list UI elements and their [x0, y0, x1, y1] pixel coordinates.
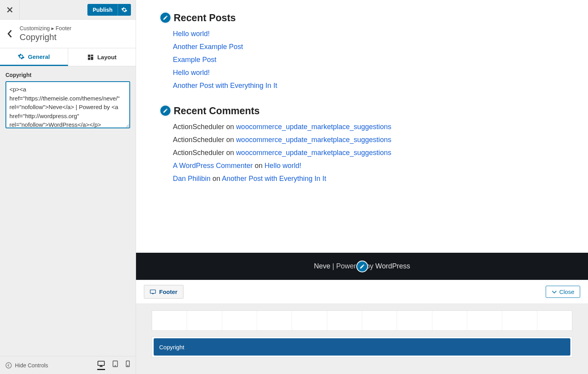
close-customizer-button[interactable] — [0, 0, 20, 20]
list-item: A WordPress Commenter on Hello world! — [173, 162, 564, 170]
comment-author: ActionScheduler — [173, 136, 224, 144]
comment-on: on — [224, 149, 236, 157]
builder-row-bottom[interactable]: Copyright — [152, 336, 572, 358]
list-item: Example Post — [173, 56, 564, 64]
site-footer: Neve | Powered by WordPress — [136, 253, 588, 280]
svg-rect-12 — [150, 290, 155, 293]
comment-author-link[interactable]: Dan Philibin — [173, 175, 211, 182]
copyright-textarea[interactable] — [5, 81, 130, 128]
tab-layout-label: Layout — [97, 54, 116, 60]
comment-target-link[interactable]: Another Post with Everything In It — [222, 175, 326, 182]
comment-author: ActionScheduler — [173, 149, 224, 157]
mobile-icon — [125, 360, 130, 367]
recent-posts-widget: Recent Posts Hello world!Another Example… — [160, 12, 564, 90]
footer-powered: Powered by — [336, 262, 375, 270]
copyright-field-section: Copyright — [0, 66, 136, 135]
svg-rect-2 — [91, 57, 93, 60]
edit-widget-button[interactable] — [160, 12, 171, 24]
close-icon — [7, 7, 13, 13]
publish-settings-button[interactable] — [118, 4, 131, 16]
tab-layout[interactable]: Layout — [68, 48, 136, 66]
builder-close-label: Close — [559, 288, 574, 295]
builder-row-top[interactable] — [152, 310, 572, 331]
gear-icon — [121, 7, 127, 13]
recent-posts-title: Recent Posts — [174, 12, 236, 24]
copyright-field-label: Copyright — [5, 72, 130, 78]
chevron-left-icon — [7, 30, 13, 38]
svg-rect-7 — [100, 367, 103, 367]
svg-point-4 — [6, 363, 11, 368]
builder-rows: Copyright — [136, 303, 588, 374]
post-link[interactable]: Another Example Post — [173, 43, 243, 51]
layout-icon — [87, 54, 94, 61]
breadcrumb-path: Customizing ▸ Footer — [20, 25, 71, 31]
tablet-icon — [112, 360, 118, 367]
footer-sep: | — [330, 262, 336, 270]
footer-builder: Footer Close Copyright — [136, 280, 588, 374]
recent-comments-title: Recent Comments — [174, 105, 260, 117]
builder-header: Footer Close — [136, 280, 588, 303]
preview-pane: Recent Posts Hello world!Another Example… — [136, 0, 588, 374]
builder-tab-label: Footer — [159, 288, 178, 295]
recent-comments-widget: Recent Comments ActionScheduler on wooco… — [160, 105, 564, 183]
list-item: ActionScheduler on woocommerce_update_ma… — [173, 149, 564, 157]
list-item: Dan Philibin on Another Post with Everyt… — [173, 175, 564, 183]
list-item: ActionScheduler on woocommerce_update_ma… — [173, 136, 564, 144]
post-link[interactable]: Another Post with Everything In It — [173, 82, 277, 89]
gear-icon — [18, 53, 25, 60]
sidebar-bottom-bar: Hide Controls — [0, 356, 136, 374]
post-link[interactable]: Hello world! — [173, 30, 210, 38]
comment-target-link[interactable]: Hello world! — [265, 162, 301, 170]
post-link[interactable]: Example Post — [173, 56, 216, 64]
comment-target-link[interactable]: woocommerce_update_marketplace_suggestio… — [236, 149, 391, 157]
comment-target-link[interactable]: woocommerce_update_marketplace_suggestio… — [236, 136, 391, 144]
list-item: Hello world! — [173, 69, 564, 77]
svg-rect-0 — [88, 55, 90, 57]
preview-content: Recent Posts Hello world!Another Example… — [136, 0, 588, 253]
tab-general-label: General — [28, 53, 50, 60]
desktop-icon — [150, 289, 156, 295]
comment-on: on — [224, 123, 236, 131]
device-desktop-button[interactable] — [97, 360, 105, 370]
pencil-icon — [163, 108, 168, 113]
footer-brand-link[interactable]: Neve — [314, 262, 330, 270]
comment-on: on — [253, 162, 265, 170]
svg-rect-13 — [152, 294, 154, 294]
list-item: Another Post with Everything In It — [173, 82, 564, 90]
comment-on: on — [224, 136, 236, 144]
comment-on: on — [211, 175, 222, 182]
comment-author-link[interactable]: A WordPress Commenter — [173, 162, 253, 170]
publish-button[interactable]: Publish — [87, 4, 118, 16]
list-item: Another Example Post — [173, 43, 564, 51]
edit-widget-button[interactable] — [160, 105, 171, 117]
device-mobile-button[interactable] — [125, 360, 130, 370]
svg-rect-5 — [98, 361, 105, 365]
hide-controls-button[interactable]: Hide Controls — [5, 362, 48, 369]
desktop-icon — [97, 360, 105, 367]
device-preview-toggle — [97, 360, 130, 370]
list-item: ActionScheduler on woocommerce_update_ma… — [173, 123, 564, 131]
svg-rect-3 — [88, 57, 90, 60]
tab-general[interactable]: General — [0, 48, 68, 66]
device-tablet-button[interactable] — [112, 360, 118, 370]
sidebar-top-bar: Publish — [0, 0, 136, 20]
breadcrumb-section: Customizing ▸ Footer Copyright — [0, 20, 136, 48]
svg-rect-1 — [91, 55, 93, 56]
recent-posts-list: Hello world!Another Example PostExample … — [160, 30, 564, 90]
footer-wp-link[interactable]: WordPress — [376, 262, 410, 270]
collapse-left-icon — [5, 362, 12, 369]
pencil-icon — [359, 264, 365, 269]
publish-button-group: Publish — [87, 4, 131, 16]
builder-item-copyright[interactable]: Copyright — [154, 338, 570, 356]
svg-rect-6 — [100, 366, 102, 367]
pencil-icon — [163, 15, 168, 20]
edit-footer-button[interactable] — [356, 261, 368, 272]
post-link[interactable]: Hello world! — [173, 69, 210, 77]
builder-close-button[interactable]: Close — [546, 286, 580, 298]
builder-footer-tab[interactable]: Footer — [144, 285, 183, 299]
comment-target-link[interactable]: woocommerce_update_marketplace_suggestio… — [236, 123, 391, 131]
back-button[interactable] — [0, 25, 20, 42]
svg-point-11 — [127, 365, 128, 366]
hide-controls-label: Hide Controls — [15, 362, 48, 369]
chevron-down-icon — [552, 289, 557, 295]
